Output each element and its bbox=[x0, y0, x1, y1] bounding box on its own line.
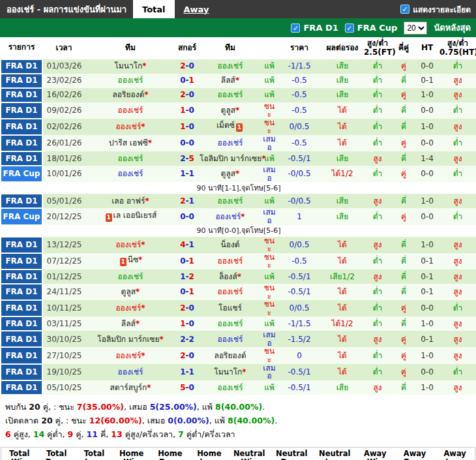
league-badge: FRA D1 bbox=[1, 119, 42, 135]
checkbox-checked-icon[interactable]: ✓ bbox=[400, 5, 409, 14]
league-badge: FRA Cup bbox=[1, 208, 42, 224]
match-outcome: ชนะ bbox=[261, 253, 277, 269]
team-name: อองเช่ร์* bbox=[85, 300, 175, 316]
odd-even: คู่ bbox=[392, 364, 415, 380]
filter-fra-cup[interactable]: ✓ FRA Cup bbox=[345, 23, 398, 33]
over-under-ht: สูง bbox=[439, 284, 476, 300]
favorite-star: * bbox=[241, 212, 245, 221]
handicap-result: ได้ bbox=[321, 237, 363, 253]
over-under-ft: สูง bbox=[363, 331, 392, 347]
team-name: อองเช่ร์ bbox=[85, 269, 175, 284]
half-time-score: 0-1 bbox=[415, 74, 439, 88]
column-header: เวลา bbox=[42, 37, 85, 59]
handicap-result: ได้1/2 bbox=[321, 316, 363, 331]
penalty-note: 90 นาที[1-1],จุดโทษ[5-6] bbox=[1, 182, 476, 194]
handicap-result: ได้ bbox=[321, 300, 363, 316]
handicap-line: 0 bbox=[277, 347, 321, 363]
over-under-ft: สูง bbox=[363, 194, 392, 208]
match-date: 01/12/25 bbox=[42, 269, 85, 284]
team-name: อองเช่ร์ bbox=[85, 364, 175, 380]
stats-column-header: Home Loss bbox=[190, 447, 228, 460]
over-under-ht: ต่ำ bbox=[439, 166, 476, 182]
handicap-result: เสีย bbox=[321, 59, 363, 74]
half-time-score: 1-0 bbox=[415, 88, 439, 102]
handicap-line: -0.5/1 bbox=[277, 284, 321, 300]
odd-even: คู่ bbox=[392, 331, 415, 347]
odd-even: คี่ bbox=[392, 194, 415, 208]
full-time-score: 1-1 bbox=[175, 364, 199, 380]
match-count-suffix: นัดหลังสุด bbox=[434, 21, 471, 35]
match-row: FRA D101/12/25อองเช่ร์1-2ล็องส์*แพ้-0.5/… bbox=[1, 269, 476, 284]
checkbox-checked-icon[interactable]: ✓ bbox=[291, 23, 300, 33]
tab-total[interactable]: Total bbox=[133, 0, 175, 18]
match-outcome: ชนะ bbox=[261, 102, 277, 119]
top-bar: อองเช่ร์ - ผลการแข่งขันที่ผ่านมา Total A… bbox=[0, 0, 476, 18]
handicap-result: ได้ bbox=[321, 135, 363, 151]
match-row: FRA D105/01/26เลอ อาฟร์*2-1อองเช่ร์แพ้-0… bbox=[1, 194, 476, 208]
column-header: สกอร์ bbox=[175, 37, 199, 59]
penalty-note-row: 90 นาที[0-0],จุดโทษ[5-6] bbox=[1, 225, 476, 237]
team-name: ลอริยองต์* bbox=[85, 88, 175, 102]
full-time-score: 0-0 bbox=[175, 135, 199, 151]
handicap-line: -0.5/1 bbox=[277, 364, 321, 380]
favorite-star: * bbox=[237, 272, 241, 281]
odd-even: คี่ bbox=[392, 316, 415, 331]
handicap-result: เสีย bbox=[321, 151, 363, 166]
favorite-star: * bbox=[148, 138, 152, 147]
penalty-note: 90 นาที[0-0],จุดโทษ[5-6] bbox=[1, 225, 476, 237]
handicap-result: ได้1/2 bbox=[321, 166, 363, 182]
match-row: FRA D101/03/26โมนาโก*2-0อองเช่ร์แพ้-1/1.… bbox=[1, 59, 476, 74]
match-count-select[interactable]: 20 bbox=[404, 22, 427, 35]
column-header: สูง/ต่ำ 2.5(FT) bbox=[363, 37, 392, 59]
over-under-ft: ต่ำ bbox=[363, 88, 392, 102]
handicap-result: เสีย bbox=[321, 194, 363, 208]
league-badge: FRA D1 bbox=[1, 59, 42, 74]
over-under-ft: สูง bbox=[363, 237, 392, 253]
favorite-star: * bbox=[141, 351, 145, 360]
checkbox-checked-icon[interactable]: ✓ bbox=[345, 23, 354, 33]
favorite-star: * bbox=[145, 196, 149, 206]
league-badge: FRA D1 bbox=[1, 237, 42, 253]
match-outcome: เสมอ bbox=[261, 166, 277, 182]
league-badge: FRA D1 bbox=[1, 316, 42, 331]
full-time-score: 1-0 bbox=[175, 119, 199, 135]
team-name: ตูลูส* bbox=[199, 102, 261, 119]
handicap-result: เสีย bbox=[321, 88, 363, 102]
full-time-score: 2-1 bbox=[175, 194, 199, 208]
summary-line: พบกัน 20 คู่, : ชนะ 7(35.00%), เสมอ 5(25… bbox=[5, 400, 471, 414]
favorite-star: * bbox=[136, 287, 140, 296]
match-outcome: แพ้ bbox=[261, 74, 277, 88]
stats-table: Total WinTotal DrawTotal LossHome WinHom… bbox=[1, 447, 475, 460]
tab-away[interactable]: Away bbox=[175, 0, 218, 18]
show-details-toggle[interactable]: ✓ แสดงรายละเอียด bbox=[395, 0, 476, 18]
match-date: 01/03/26 bbox=[42, 59, 85, 74]
handicap-line: -0.5/1 bbox=[277, 151, 321, 166]
match-outcome: ชนะ bbox=[261, 237, 277, 253]
handicap-result: ได้ bbox=[321, 347, 363, 363]
half-time-score: 1-0 bbox=[415, 237, 439, 253]
match-outcome: แพ้ bbox=[261, 194, 277, 208]
half-time-score: 0-0 bbox=[415, 208, 439, 224]
match-outcome: แพ้ bbox=[261, 269, 277, 284]
league-badge: FRA D1 bbox=[1, 194, 42, 208]
stats-column-header: Total Draw bbox=[37, 447, 76, 460]
stats-column-header: Total Loss bbox=[76, 447, 113, 460]
filter-fra-d1[interactable]: ✓ FRA D1 bbox=[291, 23, 338, 33]
handicap-line: -0/0.5 bbox=[277, 166, 321, 182]
half-time-score: 1-0 bbox=[415, 380, 439, 395]
half-time-score: 0-1 bbox=[415, 331, 439, 347]
team-name: อองเช่ร์ bbox=[199, 331, 261, 347]
over-under-ht: สูง bbox=[439, 151, 476, 166]
league-badge: FRA D1 bbox=[1, 151, 42, 166]
team-name: ตูลูส* bbox=[85, 284, 175, 300]
odd-even: คี่ bbox=[392, 119, 415, 135]
column-header: ผลต่อรอง bbox=[321, 37, 363, 59]
team-name: อองเช่ร์* bbox=[199, 208, 261, 224]
team-name: ลอริยองต์ bbox=[199, 347, 261, 363]
filter-fra-cup-label: FRA Cup bbox=[357, 23, 398, 33]
handicap-result: เสีย bbox=[321, 74, 363, 88]
match-outcome: แพ้ bbox=[261, 151, 277, 166]
filter-fra-d1-label: FRA D1 bbox=[303, 23, 338, 33]
column-header: สูง/ต่ำ 0.75(HT) bbox=[439, 37, 476, 59]
over-under-ft: ต่ำ bbox=[363, 208, 392, 224]
